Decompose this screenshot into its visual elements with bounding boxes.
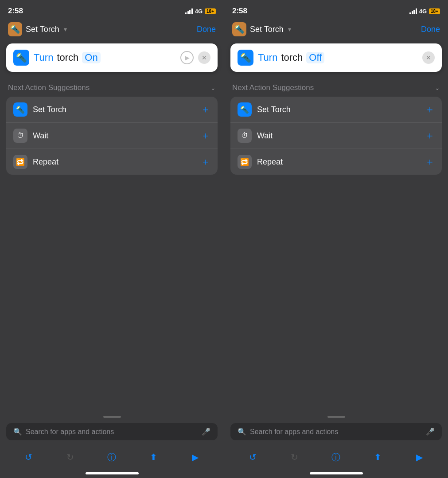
left-redo-btn[interactable]: ↻ bbox=[62, 449, 78, 465]
right-bottom-area: 🔍 Search for apps and actions 🎤 ↺ ↻ ⓘ ⬆ … bbox=[224, 412, 448, 478]
left-suggestions-header: Next Action Suggestions ⌄ bbox=[0, 76, 224, 97]
left-toolbar: ↺ ↻ ⓘ ⬆ ▶ bbox=[0, 446, 224, 470]
right-torch-glyph: 🔦 bbox=[240, 52, 251, 63]
left-undo-btn[interactable]: ↺ bbox=[21, 449, 37, 465]
right-undo-btn[interactable]: ↺ bbox=[245, 449, 261, 465]
right-suggestion-repeat[interactable]: 🔁 Repeat ＋ bbox=[230, 149, 442, 175]
left-suggestion-set-torch[interactable]: 🔦 Set Torch ＋ bbox=[6, 97, 218, 123]
right-share-btn[interactable]: ⬆ bbox=[370, 449, 386, 465]
right-search-placeholder: Search for apps and actions bbox=[250, 428, 422, 436]
left-torch-suggestion-glyph: 🔦 bbox=[16, 106, 25, 114]
left-repeat-plus[interactable]: ＋ bbox=[201, 155, 210, 168]
right-nav-done[interactable]: Done bbox=[421, 25, 440, 34]
bar4 bbox=[191, 8, 193, 14]
left-action-text: Turn torch On bbox=[34, 52, 176, 63]
right-wait-plus[interactable]: ＋ bbox=[425, 129, 435, 142]
left-status-icons: 4G 18+ bbox=[185, 8, 216, 15]
left-nav-title-area: 🔦 Set Torch ▾ bbox=[8, 22, 67, 36]
left-suggestion-wait[interactable]: ⏱ Wait ＋ bbox=[6, 123, 218, 149]
right-signal-text: 4G bbox=[419, 8, 427, 15]
left-suggestion-list: 🔦 Set Torch ＋ ⏱ Wait ＋ 🔁 Repeat ＋ bbox=[6, 97, 218, 175]
left-torch-glyph: 🔦 bbox=[16, 52, 27, 63]
right-nav-torch-icon: 🔦 bbox=[232, 22, 246, 36]
left-action-card: 🔦 Turn torch On ▶ ✕ bbox=[6, 43, 218, 72]
right-suggestions-header: Next Action Suggestions ⌄ bbox=[224, 76, 448, 97]
left-search-icon: 🔍 bbox=[13, 427, 22, 436]
bar1 bbox=[185, 12, 187, 14]
r-bar3 bbox=[413, 10, 415, 14]
right-turn-label[interactable]: Turn bbox=[258, 52, 277, 63]
r-bar4 bbox=[416, 8, 417, 14]
left-share-btn[interactable]: ⬆ bbox=[145, 449, 161, 465]
bar2 bbox=[187, 11, 189, 14]
right-close-icon: ✕ bbox=[426, 54, 431, 61]
left-play-btn[interactable]: ▶ bbox=[187, 449, 203, 465]
right-info-btn[interactable]: ⓘ bbox=[328, 449, 344, 465]
left-wait-glyph: ⏱ bbox=[17, 132, 24, 140]
right-suggestions-title: Next Action Suggestions bbox=[232, 83, 314, 92]
left-state-badge[interactable]: On bbox=[82, 52, 100, 63]
right-wait-glyph: ⏱ bbox=[241, 132, 248, 140]
bar3 bbox=[189, 10, 191, 14]
left-nav-torch-icon: 🔦 bbox=[8, 22, 22, 36]
left-repeat-label: Repeat bbox=[33, 157, 195, 167]
right-time: 2:58 bbox=[232, 7, 247, 16]
right-suggestion-list: 🔦 Set Torch ＋ ⏱ Wait ＋ 🔁 Repeat ＋ bbox=[230, 97, 442, 175]
left-torch-icon-blue: 🔦 bbox=[13, 50, 29, 66]
right-battery: 18+ bbox=[429, 8, 440, 14]
right-action-text: Turn torch Off bbox=[258, 52, 418, 63]
right-wait-icon: ⏱ bbox=[238, 129, 252, 143]
left-repeat-glyph: 🔁 bbox=[16, 158, 25, 166]
right-nav-bar: 🔦 Set Torch ▾ Done bbox=[224, 20, 448, 39]
right-torch-suggestion-glyph: 🔦 bbox=[240, 106, 249, 114]
right-search-bar[interactable]: 🔍 Search for apps and actions 🎤 bbox=[230, 423, 442, 440]
right-suggestion-set-torch[interactable]: 🔦 Set Torch ＋ bbox=[230, 97, 442, 123]
left-info-btn[interactable]: ⓘ bbox=[104, 449, 120, 465]
left-torch-label[interactable]: torch bbox=[57, 52, 78, 63]
right-repeat-glyph: 🔁 bbox=[240, 158, 249, 166]
left-set-torch-icon: 🔦 bbox=[13, 102, 27, 117]
right-play-btn[interactable]: ▶ bbox=[411, 449, 427, 465]
right-nav-title-area: 🔦 Set Torch ▾ bbox=[232, 22, 291, 36]
right-set-torch-plus[interactable]: ＋ bbox=[425, 103, 435, 116]
right-search-icon: 🔍 bbox=[238, 427, 246, 436]
left-wait-icon: ⏱ bbox=[13, 129, 27, 143]
right-panel: 2:58 4G 18+ 🔦 Set Torch ▾ Done 🔦 bbox=[224, 0, 448, 478]
right-mic-icon[interactable]: 🎤 bbox=[426, 427, 435, 436]
left-suggestion-repeat[interactable]: 🔁 Repeat ＋ bbox=[6, 149, 218, 175]
left-search-placeholder: Search for apps and actions bbox=[26, 428, 198, 436]
left-wait-label: Wait bbox=[33, 131, 195, 141]
right-close-btn[interactable]: ✕ bbox=[422, 51, 435, 64]
left-search-bar[interactable]: 🔍 Search for apps and actions 🎤 bbox=[6, 423, 218, 440]
right-chevron-down-icon[interactable]: ⌄ bbox=[435, 84, 440, 91]
right-state-badge[interactable]: Off bbox=[306, 52, 324, 63]
left-arrow-icon: ▶ bbox=[185, 54, 190, 61]
left-nav-done[interactable]: Done bbox=[197, 25, 216, 34]
right-torch-label[interactable]: torch bbox=[281, 52, 303, 63]
right-suggestion-wait[interactable]: ⏱ Wait ＋ bbox=[230, 123, 442, 149]
left-panel: 2:58 4G 18+ 🔦 Set Torch ▾ Done 🔦 bbox=[0, 0, 224, 478]
left-wait-plus[interactable]: ＋ bbox=[201, 129, 210, 142]
right-set-torch-label: Set Torch bbox=[257, 105, 420, 114]
left-set-torch-plus[interactable]: ＋ bbox=[201, 103, 210, 116]
left-nav-torch-glyph: 🔦 bbox=[10, 24, 20, 34]
left-home-indicator bbox=[86, 472, 139, 474]
left-set-torch-label: Set Torch bbox=[33, 105, 195, 114]
left-close-btn[interactable]: ✕ bbox=[198, 51, 210, 64]
left-drag-handle bbox=[103, 416, 121, 418]
left-nav-title: Set Torch bbox=[26, 25, 59, 34]
right-action-card: 🔦 Turn torch Off ✕ bbox=[230, 43, 442, 72]
left-status-bar: 2:58 4G 18+ bbox=[0, 0, 224, 20]
left-suggestions-title: Next Action Suggestions bbox=[8, 83, 90, 92]
right-repeat-plus[interactable]: ＋ bbox=[425, 155, 435, 168]
left-arrow-circle[interactable]: ▶ bbox=[180, 51, 194, 64]
left-nav-bar: 🔦 Set Torch ▾ Done bbox=[0, 20, 224, 39]
right-nav-torch-glyph: 🔦 bbox=[234, 24, 244, 34]
right-redo-btn[interactable]: ↻ bbox=[287, 449, 303, 465]
left-chevron-down-icon[interactable]: ⌄ bbox=[210, 84, 216, 91]
left-turn-label[interactable]: Turn bbox=[34, 52, 53, 63]
right-home-indicator bbox=[310, 472, 363, 474]
left-mic-icon[interactable]: 🎤 bbox=[202, 427, 210, 436]
right-signal-bars bbox=[409, 8, 417, 14]
right-repeat-label: Repeat bbox=[257, 157, 420, 167]
